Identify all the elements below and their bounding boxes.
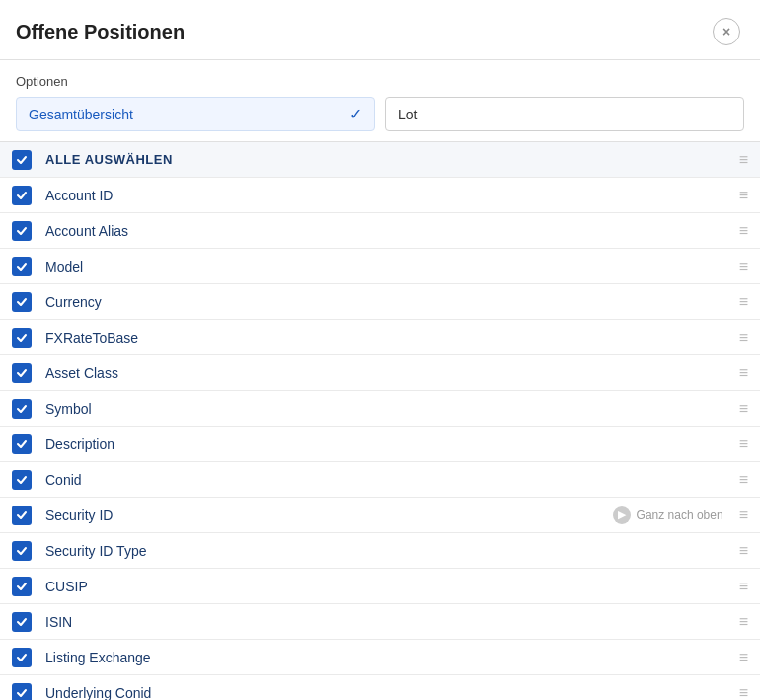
close-button[interactable]: ×	[713, 18, 740, 45]
row-label: ISIN	[45, 614, 733, 630]
row-label: CUSIP	[45, 579, 733, 594]
drag-handle-icon: ≡	[733, 293, 748, 311]
row-checkbox[interactable]	[12, 399, 32, 419]
scroll-top-icon: ▶	[613, 506, 631, 524]
list-item[interactable]: Security ID ▶ Ganz nach oben ≡	[0, 498, 760, 533]
list-item[interactable]: CUSIP ≡	[0, 569, 760, 604]
drag-handle-icon: ≡	[733, 649, 748, 666]
row-checkbox[interactable]	[12, 257, 32, 276]
list-item[interactable]: Model ≡	[0, 249, 760, 284]
list-item[interactable]: Currency ≡	[0, 284, 760, 320]
list-item[interactable]: Symbol ≡	[0, 391, 760, 427]
lot-input[interactable]	[385, 97, 744, 131]
dropdown-check-icon: ✓	[349, 105, 362, 123]
row-label: Account ID	[45, 188, 733, 203]
options-label: Optionen	[16, 74, 744, 89]
gesamtubersicht-dropdown[interactable]: Gesamtübersicht ✓	[16, 97, 375, 131]
list-item[interactable]: Account Alias ≡	[0, 213, 760, 249]
row-label: Security ID Type	[45, 543, 733, 559]
row-checkbox[interactable]	[12, 577, 32, 596]
row-label: Model	[45, 259, 733, 274]
row-checkbox[interactable]	[12, 186, 32, 205]
row-checkbox[interactable]	[12, 612, 32, 632]
row-checkbox[interactable]	[12, 363, 32, 383]
drag-handle-icon: ≡	[733, 471, 748, 489]
row-label: Security ID	[45, 507, 613, 523]
list-item[interactable]: Asset Class ≡	[0, 355, 760, 391]
list-item[interactable]: Description ≡	[0, 427, 760, 462]
drag-handle-icon: ≡	[733, 151, 748, 169]
scroll-top-label: Ganz nach oben	[637, 508, 723, 522]
select-all-checkbox[interactable]	[12, 150, 32, 170]
select-all-row[interactable]: ALLE AUSWÄHLEN ≡	[0, 142, 760, 178]
row-checkbox[interactable]	[12, 541, 32, 561]
list-item[interactable]: Security ID Type ≡	[0, 533, 760, 569]
drag-handle-icon: ≡	[733, 684, 748, 701]
list-item[interactable]: Conid ≡	[0, 462, 760, 498]
drag-handle-icon: ≡	[733, 364, 748, 382]
drag-handle-icon: ≡	[733, 578, 748, 595]
row-label: Underlying Conid	[45, 685, 733, 701]
row-label: Symbol	[45, 401, 733, 417]
drag-handle-icon: ≡	[733, 222, 748, 240]
drag-handle-icon: ≡	[733, 400, 748, 418]
list-item[interactable]: Account ID ≡	[0, 178, 760, 213]
list-item[interactable]: FXRateToBase ≡	[0, 320, 760, 355]
row-checkbox[interactable]	[12, 506, 32, 525]
list-item[interactable]: ISIN ≡	[0, 604, 760, 640]
row-checkbox[interactable]	[12, 221, 32, 241]
modal-container: Offene Positionen × Optionen Gesamtübers…	[0, 0, 760, 700]
row-label: Account Alias	[45, 223, 733, 239]
scroll-top-hint: ▶ Ganz nach oben	[613, 506, 723, 524]
options-row: Gesamtübersicht ✓	[16, 97, 744, 131]
row-checkbox[interactable]	[12, 292, 32, 312]
row-checkbox[interactable]	[12, 470, 32, 490]
columns-list: ALLE AUSWÄHLEN ≡ Account ID ≡ Account Al…	[0, 141, 760, 700]
select-all-label: ALLE AUSWÄHLEN	[45, 152, 733, 167]
options-section: Optionen Gesamtübersicht ✓	[0, 60, 760, 141]
row-label: Currency	[45, 294, 733, 310]
drag-handle-icon: ≡	[733, 258, 748, 275]
dropdown-value: Gesamtübersicht	[29, 107, 133, 122]
row-label: Conid	[45, 472, 733, 488]
drag-handle-icon: ≡	[733, 187, 748, 204]
drag-handle-icon: ≡	[733, 542, 748, 560]
drag-handle-icon: ≡	[733, 435, 748, 453]
row-checkbox[interactable]	[12, 648, 32, 667]
drag-handle-icon: ≡	[733, 506, 748, 524]
list-item[interactable]: Listing Exchange ≡	[0, 640, 760, 675]
row-label: Listing Exchange	[45, 650, 733, 665]
row-label: FXRateToBase	[45, 330, 733, 346]
drag-handle-icon: ≡	[733, 329, 748, 347]
drag-handle-icon: ≡	[733, 613, 748, 631]
modal-title: Offene Positionen	[16, 21, 185, 43]
modal-header: Offene Positionen ×	[0, 0, 760, 60]
row-checkbox[interactable]	[12, 434, 32, 454]
row-checkbox[interactable]	[12, 683, 32, 701]
row-checkbox[interactable]	[12, 328, 32, 348]
list-item[interactable]: Underlying Conid ≡	[0, 675, 760, 700]
row-label: Description	[45, 436, 733, 452]
row-label: Asset Class	[45, 365, 733, 381]
